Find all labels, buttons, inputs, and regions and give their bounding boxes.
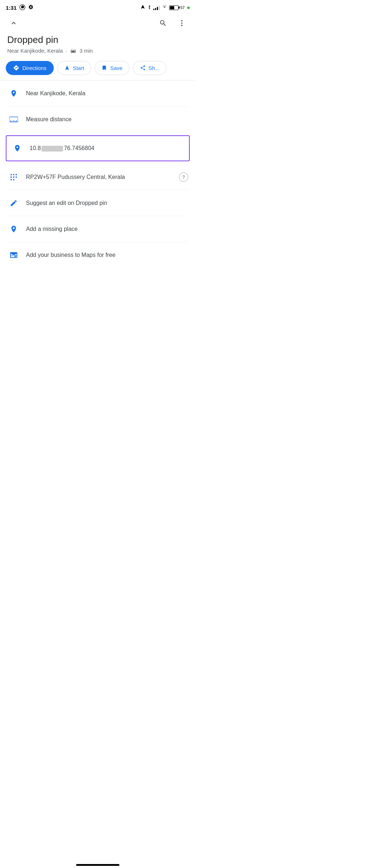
location-arrow-icon	[140, 4, 145, 11]
status-bar: 1:31	[0, 0, 196, 14]
coordinates-text: 10.876.7456804	[30, 145, 185, 152]
pluscode-text: RP2W+57F Pudussery Central, Kerala	[26, 174, 173, 180]
svg-point-17	[13, 179, 14, 180]
store-icon	[7, 249, 20, 262]
whatsapp-icon	[19, 4, 25, 11]
directions-button[interactable]: Directions	[6, 61, 54, 75]
nav-actions	[157, 17, 188, 30]
wifi-icon	[162, 4, 167, 11]
add-place-text: Add a missing place	[26, 226, 188, 232]
pluscode-help-button[interactable]: ?	[179, 172, 188, 182]
pluscode-left: RP2W+57F Pudussery Central, Kerala	[7, 171, 173, 184]
list-item-suggest-edit[interactable]: Suggest an edit on Dropped pin	[0, 190, 196, 216]
page-title: Dropped pin	[7, 34, 188, 46]
action-buttons-row: Directions Start Save Sh...	[0, 58, 196, 80]
measure-icon	[7, 113, 20, 126]
list-item-add-business[interactable]: Add your business to Maps for free	[0, 242, 196, 268]
measure-text: Measure distance	[26, 116, 188, 123]
save-button[interactable]: Save	[95, 61, 129, 75]
pluscode-icon	[7, 171, 20, 184]
list-item-location[interactable]: Near Kanjikode, Kerala	[0, 80, 196, 106]
suggest-edit-text: Suggest an edit on Dropped pin	[26, 200, 188, 206]
status-left: 1:31	[6, 4, 34, 11]
list-item-measure[interactable]: Measure distance	[0, 106, 196, 132]
svg-point-10	[10, 174, 12, 175]
location-text: Near Kanjikode, Kerala	[26, 90, 188, 97]
share-button-label: Sh...	[149, 65, 160, 71]
search-button[interactable]	[157, 17, 170, 30]
svg-point-13	[10, 176, 12, 178]
coordinates-wrapper: 10.876.7456804	[0, 132, 196, 164]
start-button[interactable]: Start	[57, 61, 91, 75]
coord-start: 10.8	[30, 145, 41, 151]
spacer	[0, 268, 196, 290]
subtitle-duration: 3 min	[79, 48, 93, 54]
svg-point-3	[181, 25, 183, 26]
more-options-button[interactable]	[175, 17, 188, 30]
edit-icon	[7, 197, 20, 210]
svg-point-15	[16, 176, 17, 178]
svg-point-2	[181, 22, 183, 24]
share-button[interactable]: Sh...	[133, 61, 167, 75]
add-business-text: Add your business to Maps for free	[26, 252, 188, 258]
settings-icon	[28, 4, 34, 11]
list-item-coordinates[interactable]: 10.876.7456804	[6, 135, 190, 161]
coord-end: 76.7456804	[64, 145, 95, 151]
start-button-label: Start	[73, 65, 84, 71]
subtitle-separator: ·	[66, 48, 67, 54]
directions-button-label: Directions	[22, 65, 47, 71]
list-item-add-place[interactable]: Add a missing place	[0, 216, 196, 242]
title-section: Dropped pin Near Kanjikode, Kerala · 3 m…	[0, 32, 196, 58]
signal-bars	[153, 5, 160, 10]
coordinates-pin-icon	[11, 142, 24, 155]
subtitle-row: Near Kanjikode, Kerala · 3 min	[7, 48, 188, 54]
location-pin-icon	[7, 87, 20, 100]
battery-indicator: 57	[169, 5, 185, 10]
top-nav	[0, 14, 196, 32]
svg-point-11	[13, 174, 14, 175]
battery-dot	[187, 6, 190, 9]
list-section: Near Kanjikode, Kerala Measure distance	[0, 80, 196, 268]
coord-blurred	[41, 146, 63, 152]
svg-point-1	[181, 20, 183, 22]
svg-point-14	[13, 176, 14, 178]
status-time: 1:31	[6, 5, 17, 11]
svg-point-16	[10, 179, 12, 180]
back-button[interactable]	[7, 17, 20, 30]
subtitle-location: Near Kanjikode, Kerala	[7, 48, 63, 54]
battery-percent: 57	[180, 5, 185, 10]
save-button-label: Save	[110, 65, 122, 71]
status-right: 57	[140, 4, 190, 11]
svg-point-12	[16, 174, 17, 175]
bluetooth-icon	[147, 4, 151, 11]
add-location-icon	[7, 223, 20, 236]
list-item-pluscode[interactable]: RP2W+57F Pudussery Central, Kerala ?	[0, 164, 196, 190]
car-icon	[70, 48, 76, 54]
